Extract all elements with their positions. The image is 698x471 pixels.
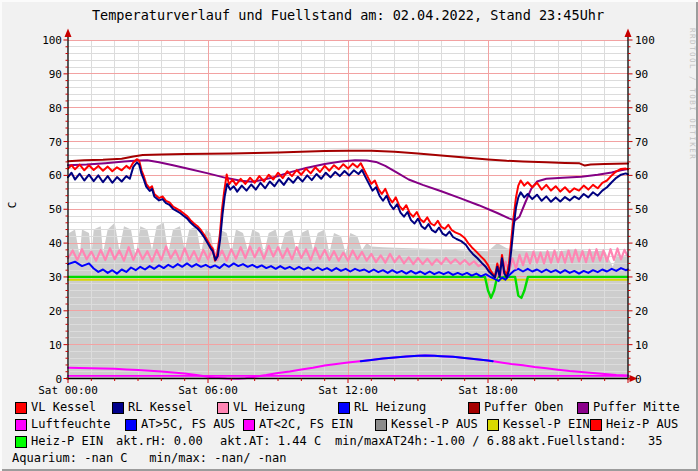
y-tick-label-right: 100 [635,34,655,47]
x-tick-label: Sat 12:00 [318,384,378,397]
y-tick-label-right: 90 [635,68,648,81]
y-tick-label-left: 30 [49,271,62,284]
y-tick-label-right: 80 [635,102,648,115]
y-tick-label-left: 70 [49,136,62,149]
y-tick-label-left: 20 [49,305,62,318]
watermark: RRDTOOL / TOBI OETIKER [688,28,697,160]
y-tick-label-right: 10 [635,339,648,352]
y-axis-arrow-right [625,29,632,38]
y-tick-label-right: 40 [635,237,648,250]
y-tick-label-left: 50 [49,203,62,216]
y-tick-label-left: 90 [49,68,62,81]
y-tick-label-right: 20 [635,305,648,318]
y-tick-label-right: 60 [635,169,648,182]
x-tick-label: Sat 00:00 [38,384,98,397]
x-tick-label: Sat 18:00 [458,384,518,397]
y-tick-label-left: 80 [49,102,62,115]
y-tick-label-right: 50 [635,203,648,216]
y-tick-label-left: 60 [49,169,62,182]
y-tick-label-left: 40 [49,237,62,250]
y-axis-arrow-left [65,29,72,38]
y-tick-label-left: 10 [49,339,62,352]
rrd-graph-panel: Temperaturverlauf und Fuellstand am: 02.… [0,0,698,471]
y-tick-label-right: 70 [635,136,648,149]
y-tick-label-right: 0 [635,373,642,386]
y-tick-label-right: 30 [635,271,648,284]
y-tick-label-left: 100 [42,34,62,47]
x-tick-label: Sat 06:00 [178,384,238,397]
chart-canvas: 0010102020303040405050606070708080909010… [0,0,698,471]
